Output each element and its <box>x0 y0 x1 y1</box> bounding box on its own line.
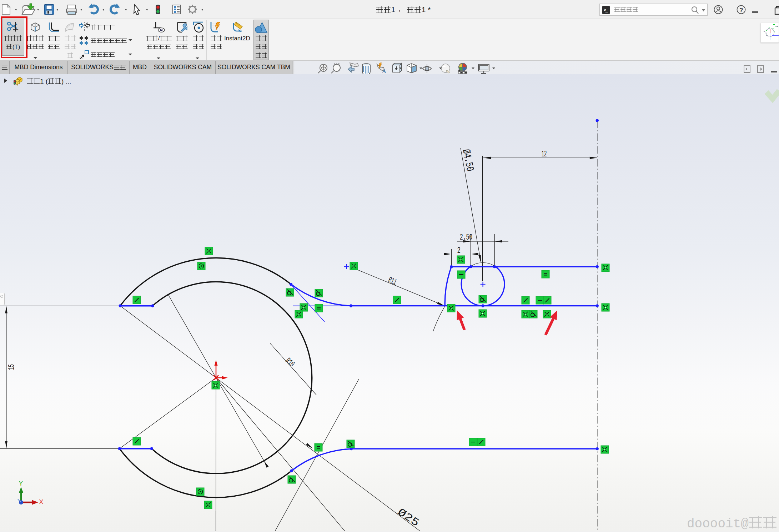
svg-text:15: 15 <box>7 364 16 370</box>
svg-text:Ø25: Ø25 <box>395 506 422 529</box>
svg-text:2: 2 <box>457 246 461 255</box>
svg-text:Ø4.50: Ø4.50 <box>460 148 476 172</box>
svg-text:Y: Y <box>19 480 23 487</box>
svg-text:A: A <box>382 68 386 74</box>
svg-text:?: ? <box>739 7 743 14</box>
svg-text:12: 12 <box>542 149 547 159</box>
svg-text:R10: R10 <box>283 356 296 369</box>
svg-text:2.50: 2.50 <box>460 232 472 242</box>
svg-text:X: X <box>39 498 44 506</box>
svg-text:R11: R11 <box>387 275 398 287</box>
